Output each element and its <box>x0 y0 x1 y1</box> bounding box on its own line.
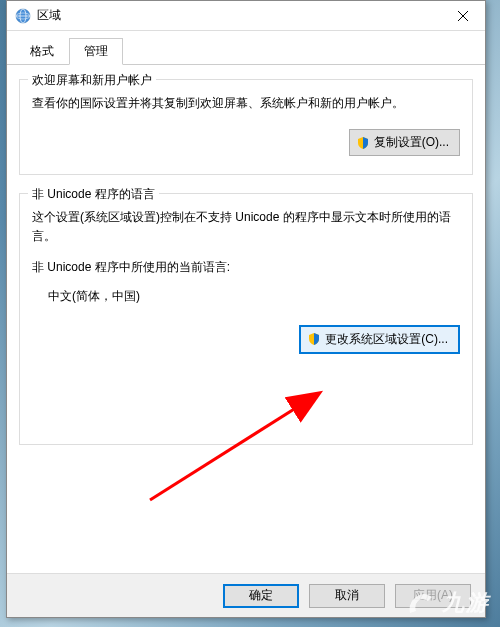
watermark-text: 九游 <box>442 588 490 618</box>
ok-button[interactable]: 确定 <box>223 584 299 608</box>
shield-icon <box>356 136 370 150</box>
globe-icon <box>15 8 31 24</box>
tab-format[interactable]: 格式 <box>15 38 69 65</box>
cancel-button[interactable]: 取消 <box>309 584 385 608</box>
close-icon <box>458 11 468 21</box>
watermark: 九游 <box>404 587 490 619</box>
close-button[interactable] <box>441 1 485 31</box>
tab-content: 欢迎屏幕和新用户帐户 查看你的国际设置并将其复制到欢迎屏幕、系统帐户和新的用户帐… <box>7 65 485 477</box>
welcome-screen-group: 欢迎屏幕和新用户帐户 查看你的国际设置并将其复制到欢迎屏幕、系统帐户和新的用户帐… <box>19 79 473 175</box>
change-locale-button[interactable]: 更改系统区域设置(C)... <box>299 325 460 354</box>
change-locale-label: 更改系统区域设置(C)... <box>325 331 448 348</box>
tabs-container: 格式 管理 <box>7 31 485 65</box>
shield-icon <box>307 332 321 346</box>
copy-settings-button[interactable]: 复制设置(O)... <box>349 129 460 156</box>
tab-admin[interactable]: 管理 <box>69 38 123 65</box>
watermark-logo-icon <box>404 587 436 619</box>
region-dialog: 区域 格式 管理 欢迎屏幕和新用户帐户 查看你的国际设置并将其复制到欢迎屏幕、系… <box>6 0 486 618</box>
non-unicode-group: 非 Unicode 程序的语言 这个设置(系统区域设置)控制在不支持 Unico… <box>19 193 473 445</box>
copy-settings-label: 复制设置(O)... <box>374 134 449 151</box>
current-language-value: 中文(简体，中国) <box>48 288 460 305</box>
non-unicode-group-text: 这个设置(系统区域设置)控制在不支持 Unicode 的程序中显示文本时所使用的… <box>32 208 460 246</box>
non-unicode-group-title: 非 Unicode 程序的语言 <box>28 186 159 203</box>
welcome-group-title: 欢迎屏幕和新用户帐户 <box>28 72 156 89</box>
titlebar: 区域 <box>7 1 485 31</box>
welcome-group-text: 查看你的国际设置并将其复制到欢迎屏幕、系统帐户和新的用户帐户。 <box>32 94 460 113</box>
dialog-title: 区域 <box>37 7 441 24</box>
current-language-label: 非 Unicode 程序中所使用的当前语言: <box>32 259 460 276</box>
